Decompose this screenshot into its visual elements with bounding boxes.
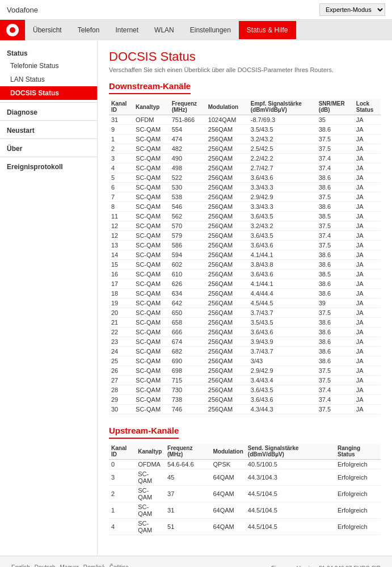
table-row: 26SC-QAM698256QAM2.9/42.937.5JA <box>109 366 381 376</box>
table-row: 27SC-QAM715256QAM3.4/43.437.5JA <box>109 376 381 385</box>
col-signalstaerke: Empf. Signalstärke(dBmV/dBµV) <box>248 99 317 115</box>
table-row: 11SC-QAM562256QAM3.6/43.538.5JA <box>109 212 381 221</box>
footer: EnglishDeutschMagyarRomânăČeština Firmwa… <box>0 556 392 567</box>
up-col-kanaltyp: Kanaltyp <box>136 443 165 460</box>
upstream-header-row: Kanal ID Kanaltyp Frequenz (MHz) Modulat… <box>109 443 381 460</box>
nav-logo <box>0 20 25 40</box>
sidebar-group-diagnose: Diagnose <box>0 105 97 118</box>
sidebar-group-ueber: Über <box>0 141 97 154</box>
table-row: 15SC-QAM602256QAM3.8/43.838.6JA <box>109 260 381 270</box>
table-row: 29SC-QAM738256QAM3.6/43.637.4JA <box>109 395 381 405</box>
footer-info: Firmware-Version: 01.04.046.07.EURO.SIP … <box>266 564 381 567</box>
sidebar-group-neustart: Neustart <box>0 123 97 136</box>
table-row: 20SC-QAM650256QAM3.7/43.737.5JA <box>109 308 381 318</box>
table-row: 23SC-QAM674256QAM3.9/43.938.6JA <box>109 337 381 347</box>
footer-link-deutsch[interactable]: Deutsch <box>35 564 56 567</box>
table-row: 8SC-QAM546256QAM3.3/43.338.6JA <box>109 202 381 212</box>
col-kanaltyp: Kanaltyp <box>133 99 170 115</box>
upstream-section: Upstream-Kanäle Kanal ID Kanaltyp Freque… <box>109 426 381 535</box>
table-row: 2SC-QAM3764QAM44.5/104.5Erfolgreich <box>109 486 381 502</box>
table-row: 4SC-QAM498256QAM2.7/42.737.4JA <box>109 163 381 173</box>
col-snr: SNR/MER(dB) <box>317 99 354 115</box>
table-row: 13SC-QAM586256QAM3.6/43.637.5JA <box>109 241 381 250</box>
nav-item-telefon[interactable]: Telefon <box>70 21 108 39</box>
sidebar-group-status: Status <box>0 46 97 59</box>
table-row: 17SC-QAM626256QAM4.1/44.138.6JA <box>109 279 381 289</box>
col-frequenz: Frequenz(MHz) <box>170 99 206 115</box>
table-row: 22SC-QAM666256QAM3.6/43.638.6JA <box>109 327 381 337</box>
up-col-modulation: Modulation <box>210 443 245 460</box>
nav-item-einstellungen[interactable]: Einstellungen <box>182 21 239 39</box>
table-row: 21SC-QAM658256QAM3.5/43.538.6JA <box>109 318 381 327</box>
table-row: 28SC-QAM730256QAM3.6/43.537.4JA <box>109 385 381 395</box>
content-wrapper: Status Telefonie Status LAN Status DOCSI… <box>0 40 392 556</box>
sidebar-item-lan-status[interactable]: LAN Status <box>0 73 97 86</box>
sidebar-group-ereignisprotokoll: Ereignisprotokoll <box>0 159 97 173</box>
footer-link-čeština[interactable]: Čeština <box>109 564 129 567</box>
up-col-kanal-id: Kanal ID <box>109 443 136 460</box>
table-row: 25SC-QAM690256QAM3/4338.6JA <box>109 356 381 366</box>
nav-item-internet[interactable]: Internet <box>107 21 146 39</box>
table-row: 3SC-QAM490256QAM2.2/42.237.4JA <box>109 154 381 163</box>
table-row: 2SC-QAM482256QAM2.5/42.537.5JA <box>109 144 381 154</box>
col-kanal-id: KanalID <box>109 99 133 115</box>
sidebar-item-telefonie-status[interactable]: Telefonie Status <box>0 59 97 73</box>
nav-item-status-hilfe[interactable]: Status & Hilfe <box>239 21 296 39</box>
table-row: 12SC-QAM579256QAM3.6/43.537.4JA <box>109 231 381 241</box>
upstream-table: Kanal ID Kanaltyp Frequenz (MHz) Modulat… <box>109 443 381 535</box>
col-modulation: Modulation <box>206 99 248 115</box>
sidebar-divider-2 <box>0 120 97 121</box>
footer-links: EnglishDeutschMagyarRomânăČeština <box>11 564 133 567</box>
downstream-table: KanalID Kanaltyp Frequenz(MHz) Modulatio… <box>109 99 381 414</box>
table-row: 16SC-QAM610256QAM3.6/43.638.5JA <box>109 270 381 279</box>
table-row: 4SC-QAM5164QAM44.5/104.5Erfolgreich <box>109 519 381 535</box>
main-content: DOCSIS Status Verschaffen Sie sich einen… <box>98 40 392 556</box>
table-row: 6SC-QAM530256QAM3.3/43.338.6JA <box>109 183 381 192</box>
footer-link-english[interactable]: English <box>11 564 30 567</box>
page-subtitle: Verschaffen Sie sich einen Überblick übe… <box>109 66 381 73</box>
sidebar-item-docsis-status[interactable]: DOCSIS Status <box>0 86 97 100</box>
footer-link-română[interactable]: Română <box>83 564 105 567</box>
nav-items: Übersicht Telefon Internet WLAN Einstell… <box>25 21 296 39</box>
table-row: 0OFDMA54.6-64.6QPSK40.5/100.5Erfolgreich <box>109 460 381 469</box>
table-row: 1SC-QAM474256QAM3.2/43.237.5JA <box>109 135 381 144</box>
table-row: 31OFDM751-8661024QAM-8.7/69.335JA <box>109 115 381 125</box>
vodafone-logo-icon <box>6 24 19 36</box>
table-row: 7SC-QAM538256QAM2.9/42.937.5JA <box>109 192 381 202</box>
up-col-frequenz: Frequenz (MHz) <box>165 443 210 460</box>
table-row: 18SC-QAM634256QAM4.4/44.438.6JA <box>109 289 381 299</box>
downstream-title: Downstream-Kanäle <box>109 81 191 94</box>
sidebar-divider-1 <box>0 102 97 103</box>
firmware-version: Firmware-Version: 01.04.046.07.EURO.SIP <box>266 564 381 567</box>
up-col-ranging: Ranging Status <box>335 443 381 460</box>
table-row: 3SC-QAM4564QAM44.3/104.3Erfolgreich <box>109 469 381 486</box>
downstream-section: Downstream-Kanäle KanalID Kanaltyp Frequ… <box>109 81 381 414</box>
sidebar-divider-3 <box>0 138 97 139</box>
expert-mode-select[interactable]: Experten-Modus Standard-Modus <box>319 3 385 16</box>
table-row: 24SC-QAM682256QAM3.7/43.738.6JA <box>109 347 381 356</box>
nav-item-uebersicht[interactable]: Übersicht <box>25 21 70 39</box>
top-bar: Vodafone Experten-Modus Standard-Modus <box>0 0 392 20</box>
table-row: 14SC-QAM594256QAM4.1/44.138.6JA <box>109 250 381 260</box>
footer-link-magyar[interactable]: Magyar <box>60 564 79 567</box>
table-row: 9SC-QAM554256QAM3.5/43.538.6JA <box>109 125 381 135</box>
table-row: 12SC-QAM570256QAM3.2/43.237.5JA <box>109 221 381 231</box>
brand-name: Vodafone <box>7 6 38 14</box>
table-row: 30SC-QAM746256QAM4.3/44.337.5JA <box>109 405 381 414</box>
sidebar-divider-4 <box>0 157 97 157</box>
downstream-header-row: KanalID Kanaltyp Frequenz(MHz) Modulatio… <box>109 99 381 115</box>
table-row: 5SC-QAM522256QAM3.6/43.638.6JA <box>109 173 381 183</box>
upstream-title: Upstream-Kanäle <box>109 426 179 439</box>
up-col-signalstaerke: Send. Signalstärke (dBmV/dBµV) <box>246 443 335 460</box>
nav-item-wlan[interactable]: WLAN <box>146 21 182 39</box>
table-row: 19SC-QAM642256QAM4.5/44.539JA <box>109 299 381 308</box>
col-lock: LockStatus <box>354 99 381 115</box>
page-title: DOCSIS Status <box>109 49 381 64</box>
table-row: 1SC-QAM3164QAM44.5/104.5Erfolgreich <box>109 502 381 519</box>
sidebar: Status Telefonie Status LAN Status DOCSI… <box>0 40 98 556</box>
main-nav: Übersicht Telefon Internet WLAN Einstell… <box>0 20 392 40</box>
